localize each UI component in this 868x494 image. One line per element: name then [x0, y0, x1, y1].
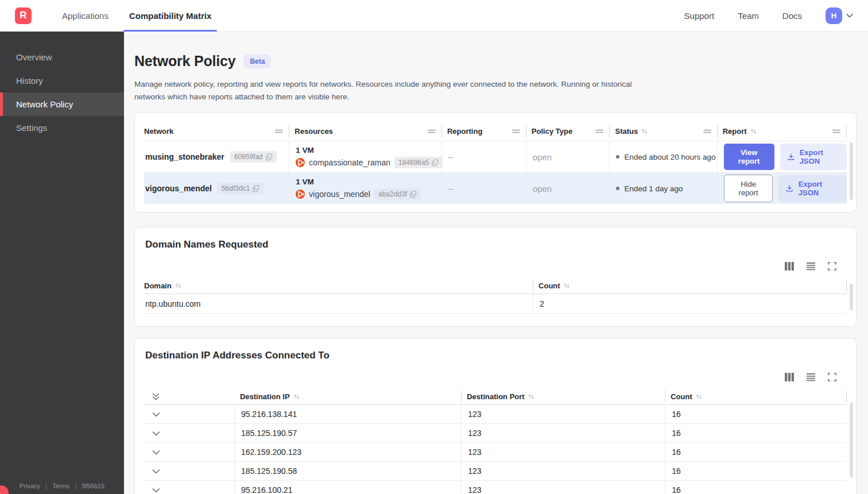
columns-icon[interactable]: [785, 373, 794, 381]
column-drag-handle[interactable]: [595, 129, 603, 134]
sidebar-item-overview[interactable]: Overview: [0, 45, 124, 69]
network-id-badge[interactable]: 60959fad: [230, 151, 277, 163]
row-expand-toggle[interactable]: [144, 462, 235, 480]
copy-icon[interactable]: [410, 191, 417, 198]
reporting-cell: –: [442, 141, 526, 172]
reporting-cell: –: [442, 173, 526, 204]
count-cell: 2: [533, 294, 847, 313]
vertical-scrollbar[interactable]: [850, 403, 853, 477]
column-drag-handle[interactable]: [512, 129, 520, 134]
destination-ip-cell: 185.125.190.57: [235, 424, 462, 442]
column-drag-handle[interactable]: [832, 129, 840, 134]
columns-icon[interactable]: [785, 262, 794, 271]
navbar-right: Support Team Docs H: [684, 7, 853, 24]
policy-type-cell: open: [526, 141, 610, 172]
resources-cell: 1 VM vigorous_mendel aba2dd3f: [289, 173, 442, 204]
copy-icon[interactable]: [432, 159, 439, 166]
vertical-scrollbar[interactable]: [850, 284, 853, 310]
destination-table-row[interactable]: 185.125.190.57 123 16: [144, 424, 847, 443]
table-toolbar: [135, 373, 836, 381]
network-name: vigorous_mendel: [145, 184, 212, 193]
networks-card: Network Resources Reporting: [134, 112, 857, 213]
network-id-badge[interactable]: 5bdf3dc1: [218, 183, 264, 194]
destination-table-row[interactable]: 95.216.100.21 123 16: [144, 481, 847, 494]
expand-all-toggle[interactable]: [144, 393, 235, 400]
row-expand-toggle[interactable]: [144, 481, 235, 494]
nav-tab-applications[interactable]: Applications: [52, 0, 119, 32]
table-toolbar: [135, 262, 836, 271]
col-header-report: Report: [718, 125, 847, 137]
chevron-down-icon: [152, 431, 160, 436]
destination-table-row[interactable]: 95.216.138.141 123 16: [144, 405, 847, 424]
resources-cell: 1 VM compassionate_raman 184696a5: [289, 141, 442, 172]
rows-density-icon[interactable]: [806, 262, 816, 271]
count-cell: 16: [665, 481, 847, 494]
report-button[interactable]: View report: [724, 144, 774, 170]
vertical-scrollbar[interactable]: [850, 142, 853, 200]
network-table-row[interactable]: musing_stonebraker 60959fad 1 VM compass…: [144, 141, 847, 172]
count-cell: 16: [665, 443, 847, 461]
col-header-destination-port: Destination Port: [462, 391, 665, 403]
sort-icon[interactable]: [564, 283, 570, 289]
report-button[interactable]: Hide report: [724, 175, 773, 202]
sidebar-item-network-policy[interactable]: Network Policy: [0, 92, 124, 116]
col-header-count: Count: [665, 391, 847, 403]
count-cell: 16: [665, 462, 847, 480]
col-header-count: Count: [533, 280, 847, 292]
ubuntu-icon: [296, 158, 305, 167]
copy-icon[interactable]: [266, 153, 273, 160]
rows-density-icon[interactable]: [806, 373, 816, 381]
export-json-button[interactable]: Export JSON: [780, 144, 847, 170]
vm-id-badge[interactable]: aba2dd3f: [374, 188, 421, 200]
nav-link-team[interactable]: Team: [738, 11, 759, 21]
sidebar: OverviewHistoryNetwork PolicySettings Pr…: [0, 32, 124, 494]
col-header-resources: Resources: [289, 125, 442, 137]
chevron-down-icon: [152, 469, 160, 474]
vm-count: 1 VM: [296, 177, 314, 186]
row-expand-toggle[interactable]: [144, 443, 235, 461]
sort-icon[interactable]: [293, 393, 300, 400]
count-cell: 16: [665, 424, 847, 442]
sort-icon[interactable]: [696, 393, 702, 400]
report-cell: Hide report Export JSON: [718, 173, 847, 204]
status-dot-icon: [616, 187, 619, 190]
nav-tab-compatibility-matrix[interactable]: Compatibility Matrix: [119, 0, 222, 32]
sort-icon[interactable]: [528, 393, 534, 400]
column-drag-handle[interactable]: [428, 129, 436, 134]
nav-link-support[interactable]: Support: [684, 11, 715, 21]
row-expand-toggle[interactable]: [144, 424, 235, 442]
privacy-link[interactable]: Privacy: [20, 483, 40, 489]
network-table-row[interactable]: vigorous_mendel 5bdf3dc1 1 VM vigorous_m…: [144, 172, 847, 204]
domain-table-row[interactable]: ntp.ubuntu.com 2: [144, 294, 847, 314]
col-header-policy-type: Policy Type: [526, 125, 610, 137]
sidebar-nav: OverviewHistoryNetwork PolicySettings: [0, 32, 124, 140]
report-cell: View report Export JSON: [718, 141, 847, 172]
fullscreen-icon[interactable]: [828, 262, 836, 271]
fullscreen-icon[interactable]: [828, 373, 836, 381]
domains-table-header: Domain Count: [144, 277, 847, 294]
sort-icon[interactable]: [750, 128, 757, 134]
brand-logo[interactable]: R: [15, 7, 32, 24]
sort-icon[interactable]: [175, 283, 181, 289]
vm-count: 1 VM: [296, 146, 314, 155]
avatar[interactable]: H: [826, 7, 842, 24]
copy-icon[interactable]: [253, 185, 259, 192]
terms-link[interactable]: Terms: [52, 483, 69, 489]
nav-link-docs[interactable]: Docs: [782, 11, 802, 21]
status-dot-icon: [616, 155, 619, 159]
column-drag-handle[interactable]: [275, 129, 283, 134]
sidebar-item-settings[interactable]: Settings: [0, 116, 124, 140]
destination-table-row[interactable]: 162.159.200.123 123 16: [144, 443, 847, 462]
top-navbar: R Applications Compatibility Matrix Supp…: [0, 0, 868, 32]
vm-id-badge[interactable]: 184696a5: [394, 157, 443, 168]
sort-icon[interactable]: [641, 128, 648, 134]
destinations-card-title: Destination IP Addresses Connected To: [145, 350, 846, 361]
row-expand-toggle[interactable]: [144, 405, 235, 423]
destination-table-row[interactable]: 185.125.190.58 123 16: [144, 462, 847, 481]
user-menu[interactable]: H: [826, 7, 853, 24]
export-json-button[interactable]: Export JSON: [778, 175, 847, 202]
download-icon: [788, 153, 795, 161]
sidebar-item-history[interactable]: History: [0, 69, 124, 92]
status-cell: Ended 1 day ago: [610, 173, 717, 204]
column-drag-handle[interactable]: [703, 129, 711, 134]
